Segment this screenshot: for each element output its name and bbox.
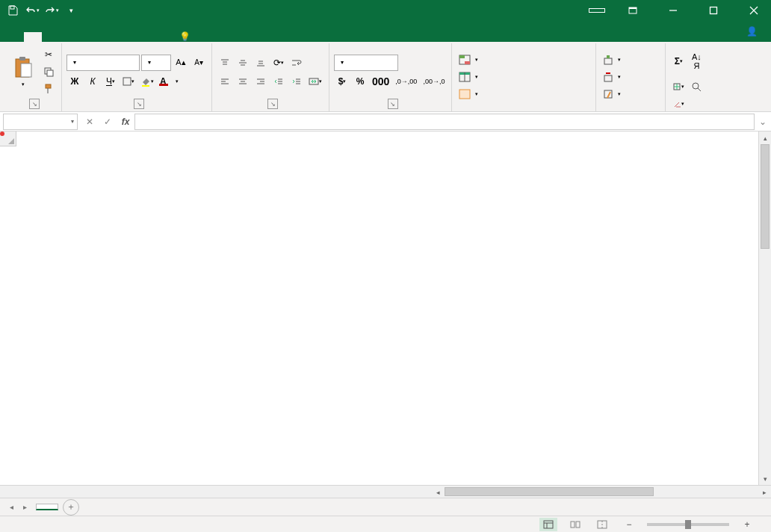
format-cells-button[interactable]: ▾ [601,86,660,102]
zoom-thumb[interactable] [685,520,691,529]
tab-file[interactable] [6,32,24,42]
paste-button[interactable]: ▾ [7,47,39,96]
decrease-font-icon[interactable]: A▾ [191,55,207,71]
svg-rect-48 [459,90,470,99]
page-break-view-icon[interactable] [593,518,611,531]
increase-font-icon[interactable]: A▴ [173,55,189,71]
autosum-icon[interactable]: Σ▾ [670,53,687,69]
conditional-formatting-button[interactable]: ▾ [456,52,591,68]
group-styles: ▾ ▾ ▾ [452,43,596,111]
tab-nav-first-icon[interactable]: ◂ [4,501,18,514]
align-top-icon[interactable] [217,55,233,71]
orientation-icon[interactable]: ⟳▾ [270,55,287,71]
horizontal-scrollbar[interactable]: ◂ ▸ [0,485,771,498]
tab-nav-last-icon[interactable]: ▸ [18,501,31,514]
enter-formula-icon[interactable]: ✓ [99,114,117,130]
normal-view-icon[interactable] [539,518,557,531]
svg-rect-14 [123,78,131,85]
select-all-cell[interactable] [0,132,16,146]
tab-view[interactable] [131,32,149,42]
tab-help[interactable] [149,32,167,42]
increase-decimal-icon[interactable]: ,0→,00 [393,73,419,90]
font-name-combo[interactable]: ▾ [66,55,140,71]
formula-bar: ▾ ✕ ✓ fx ⌄ [0,112,771,132]
border-icon[interactable]: ▾ [120,73,137,90]
ribbon-display-icon[interactable] [616,0,650,21]
align-center-icon[interactable] [235,73,251,90]
tab-review[interactable] [114,32,131,42]
svg-rect-57 [544,521,553,528]
redo-icon[interactable]: ▾ [43,2,60,19]
tell-me-input[interactable]: 💡 [172,31,201,42]
vscroll-thumb[interactable] [761,144,770,249]
expand-formula-icon[interactable]: ⌄ [755,114,771,130]
align-bottom-icon[interactable] [253,55,269,71]
merge-center-icon[interactable]: ▾ [306,73,324,90]
clipboard-launcher[interactable]: ↘ [29,99,40,109]
accounting-icon[interactable]: $▾ [334,73,350,90]
minimize-icon[interactable] [656,0,690,21]
bold-button[interactable]: Ж [66,73,83,90]
svg-point-55 [693,83,699,89]
maximize-icon[interactable] [696,0,731,21]
qat-customize-icon[interactable]: ▾ [63,2,79,19]
close-icon[interactable] [737,0,771,21]
login-button[interactable] [589,8,605,13]
align-middle-icon[interactable] [235,55,251,71]
format-painter-icon[interactable] [40,81,57,97]
sort-filter-icon[interactable]: А↓Я [688,45,705,78]
cell-styles-button[interactable]: ▾ [456,86,591,102]
cancel-formula-icon[interactable]: ✕ [81,114,99,130]
zoom-out-icon[interactable]: − [620,518,638,531]
tab-pagelayout[interactable] [60,32,78,42]
scroll-right-icon[interactable]: ▸ [758,486,771,498]
font-launcher[interactable]: ↘ [134,99,144,109]
add-sheet-icon[interactable]: ＋ [63,499,79,516]
save-icon[interactable] [4,2,21,19]
wrap-text-icon[interactable] [288,55,305,71]
font-color-icon[interactable]: А▾ [158,73,181,90]
align-left-icon[interactable] [217,73,233,90]
copy-icon[interactable] [40,64,57,80]
align-launcher[interactable]: ↘ [267,99,278,109]
hscroll-thumb[interactable] [445,487,654,496]
decrease-indent-icon[interactable] [270,73,287,90]
delete-cells-button[interactable]: ▾ [601,69,660,85]
number-launcher[interactable]: ↘ [388,99,398,109]
scroll-left-icon[interactable]: ◂ [432,486,445,498]
increase-indent-icon[interactable] [288,73,305,90]
zoom-in-icon[interactable]: + [738,518,756,531]
decrease-decimal-icon[interactable]: ,00→,0 [421,73,447,90]
comma-icon[interactable]: 000 [370,73,391,90]
fill-icon[interactable]: ▾ [670,78,687,95]
font-size-combo[interactable]: ▾ [141,55,171,71]
fill-color-icon[interactable]: ▾ [138,73,156,90]
insert-cells-button[interactable]: ▾ [601,52,660,68]
format-as-table-button[interactable]: ▾ [456,69,591,85]
tab-home[interactable] [24,32,42,42]
cut-icon[interactable]: ✂ [40,46,57,63]
tab-formulas[interactable] [78,32,96,42]
scroll-down-icon[interactable]: ▾ [759,472,771,485]
worksheet-grid[interactable]: ▴ ▾ ◂ ▸ [0,132,771,498]
underline-button[interactable]: Ч▾ [102,73,119,90]
undo-icon[interactable]: ▾ [24,2,40,19]
scroll-up-icon[interactable]: ▴ [759,132,771,144]
number-format-combo[interactable]: ▾ [334,55,398,71]
zoom-slider[interactable] [647,523,729,526]
page-layout-view-icon[interactable] [566,518,584,531]
name-box[interactable]: ▾ [3,114,78,130]
share-button[interactable]: 👤 [736,22,771,42]
formula-input[interactable] [134,114,755,130]
align-right-icon[interactable] [253,73,269,90]
find-select-icon[interactable] [688,78,705,95]
tab-data[interactable] [96,32,114,42]
svg-rect-12 [46,84,51,88]
percent-icon[interactable]: % [352,73,368,90]
tab-insert[interactable] [42,32,60,42]
fx-icon[interactable]: fx [117,114,134,130]
italic-button[interactable]: К [84,73,101,90]
clear-icon[interactable]: ▾ [670,96,687,112]
sheet-tab[interactable] [36,504,58,510]
vertical-scrollbar[interactable]: ▴ ▾ [758,132,771,485]
